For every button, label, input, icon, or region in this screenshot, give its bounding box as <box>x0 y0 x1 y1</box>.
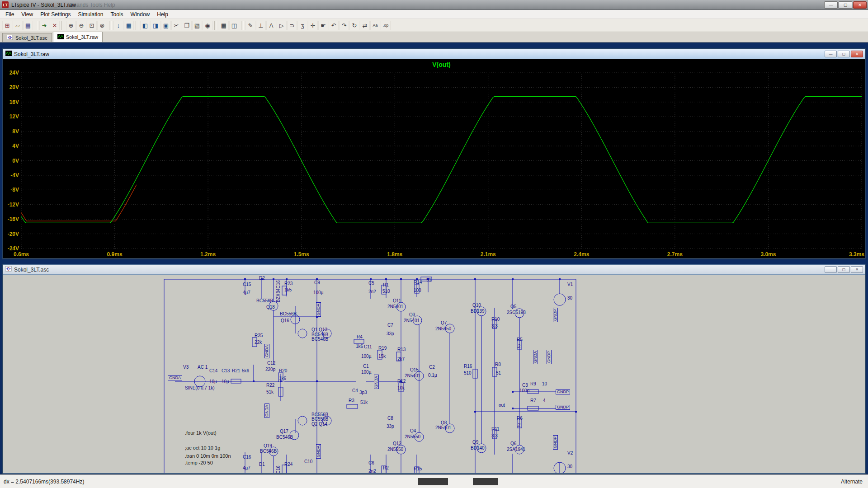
schematic-label[interactable]: 2k7 <box>397 357 405 361</box>
trace-legend[interactable]: V(out) <box>432 61 450 68</box>
schematic-label[interactable]: 10µ <box>222 380 229 384</box>
zoom-area-button[interactable]: ⊡ <box>87 21 97 30</box>
schematic-label[interactable]: Q5 <box>510 305 516 309</box>
schematic-label[interactable]: C15 <box>243 282 251 287</box>
schematic-label[interactable]: 2SC5198 <box>507 310 526 315</box>
net-flag-gndp[interactable]: GNDP <box>553 435 558 450</box>
schematic-label[interactable]: 51k <box>360 400 368 405</box>
schematic-label[interactable]: 100µ <box>313 291 323 295</box>
schematic-label[interactable]: Q18 <box>266 305 275 310</box>
schematic-label[interactable]: BD139 <box>471 309 485 314</box>
schematic-label[interactable]: R6 <box>517 416 523 421</box>
cascade-button[interactable]: ▣ <box>161 21 171 30</box>
schematic-label[interactable]: 4µ7 <box>243 291 250 295</box>
net-flag-gndp[interactable]: GNDP <box>556 405 570 410</box>
print-button[interactable]: ▦ <box>219 21 229 30</box>
schematic-label[interactable]: Q1 Q13 <box>311 328 327 332</box>
open-button[interactable]: ▱ <box>13 21 23 30</box>
net-flag-gnda[interactable]: GNDA <box>533 350 538 364</box>
schematic-label[interactable]: 1k5 <box>284 288 292 292</box>
zoom-full-extents-button[interactable]: ⊗ <box>97 21 107 30</box>
text-button[interactable]: Aa <box>370 21 380 30</box>
schematic-label[interactable]: 2n2 <box>368 290 376 294</box>
schematic-label[interactable]: R4 <box>357 335 363 339</box>
tab-sokol-3lt-asc[interactable]: Sokol_3LT.asc <box>2 33 52 42</box>
schematic-label[interactable]: BC556B <box>256 299 273 303</box>
find-button[interactable]: ◉ <box>203 21 212 30</box>
menu-window[interactable]: Window <box>127 10 154 19</box>
zoom-out-button[interactable]: ⊖ <box>76 21 86 30</box>
schematic-label[interactable]: R3 <box>349 399 354 403</box>
draw-wire-button[interactable]: ✎ <box>245 21 255 30</box>
schematic-label[interactable]: 100µ <box>361 370 371 375</box>
schematic-label[interactable]: C12 <box>267 361 275 366</box>
schematic-label[interactable]: 2n2 <box>368 469 376 473</box>
save-button[interactable]: ▤ <box>23 21 33 30</box>
schematic-label[interactable]: Q16 <box>281 319 289 323</box>
net-flag-gnda[interactable]: GNDA <box>374 375 379 389</box>
schematic-label[interactable]: 3p3 <box>359 390 367 395</box>
schematic-close-button[interactable]: ✕ <box>851 266 863 273</box>
schematic-label[interactable]: R5 <box>517 338 523 342</box>
menu-view[interactable]: View <box>18 10 37 19</box>
schematic-label[interactable]: C6 <box>368 461 374 465</box>
schematic-label[interactable]: 100 <box>414 288 421 293</box>
schematic-label[interactable]: R1 <box>383 283 389 287</box>
schematic-label[interactable]: 1k6 <box>279 376 286 381</box>
schematic-label[interactable]: D1 <box>259 462 265 467</box>
drag-button[interactable]: ☛ <box>318 21 328 30</box>
paste-button[interactable]: ▧ <box>192 21 202 30</box>
schematic-label[interactable]: BZX84C16 <box>276 280 281 302</box>
zoom-in-button[interactable]: ⊕ <box>66 21 76 30</box>
schematic-label[interactable]: R21 <box>232 369 240 373</box>
schematic-label[interactable]: Q8 <box>441 421 447 425</box>
schematic-label[interactable]: Q7 <box>441 321 447 325</box>
schematic-label[interactable]: SINE(0 0.7 1k) <box>185 386 215 390</box>
schematic-label[interactable]: 2N5550 <box>387 447 403 452</box>
schematic-label[interactable]: C3 <box>522 383 528 388</box>
schematic-label[interactable]: Q15 <box>410 368 419 372</box>
schematic-minimize-button[interactable]: — <box>825 266 837 273</box>
menu-file[interactable]: File <box>2 10 18 19</box>
rotate-button[interactable]: ↻ <box>349 21 359 30</box>
net-flag-gnda[interactable]: GNDA <box>316 444 321 459</box>
schematic-label[interactable]: R22 <box>266 383 274 388</box>
schematic-label[interactable]: Q9 <box>472 440 478 445</box>
schematic-label[interactable]: C8 <box>387 416 393 421</box>
ground-button[interactable]: ⊥ <box>256 21 266 30</box>
close-button[interactable]: ✕ <box>853 1 867 9</box>
schematic-label[interactable]: R8 <box>495 362 501 367</box>
schematic-label[interactable]: BC546B <box>260 449 277 454</box>
schematic-label[interactable]: 2N5550 <box>405 435 420 439</box>
autorange-y-axis-button[interactable]: ↕ <box>113 21 123 30</box>
schematic-label[interactable]: C2 <box>429 365 435 370</box>
schematic-label[interactable]: R10 <box>491 317 500 322</box>
schematic-label[interactable]: 51k <box>266 390 274 394</box>
schematic-label[interactable]: C10 <box>304 460 312 464</box>
schematic-label[interactable]: R9 <box>530 382 536 386</box>
schematic-label[interactable]: 100n <box>519 389 529 393</box>
move-button[interactable]: ✛ <box>308 21 318 30</box>
schematic-label[interactable]: Q11 <box>393 299 401 303</box>
spice-directive-button[interactable]: .op <box>381 21 391 30</box>
schematic-label[interactable]: 30 <box>567 296 572 300</box>
schematic-label[interactable]: BC546B <box>276 435 293 440</box>
schematic-label[interactable]: Q19 <box>264 444 272 448</box>
tile-vertical-button[interactable]: ◧ <box>140 21 150 30</box>
tile-horizontal-button[interactable]: ◨ <box>151 21 160 30</box>
net-flag-gnda[interactable]: GNDA <box>168 375 182 380</box>
new-schematic-button[interactable]: ⊞ <box>2 21 12 30</box>
waveform-restore-button[interactable]: ▢ <box>838 51 850 57</box>
component-button[interactable]: ⊃ <box>287 21 297 30</box>
schematic-label[interactable]: 100µ <box>361 354 371 359</box>
net-label-button[interactable]: A <box>266 21 276 30</box>
schematic-label[interactable]: 33p <box>387 424 394 429</box>
schematic-label[interactable]: 10k <box>397 386 405 390</box>
menu-help[interactable]: Help <box>153 10 172 19</box>
schematic-label[interactable]: R2 <box>383 466 389 470</box>
waveform-plot-area[interactable]: 0.6ms0.9ms1.2ms1.5ms1.8ms2.1ms2.4ms2.7ms… <box>3 59 865 258</box>
schematic-label[interactable]: D2 <box>259 276 265 281</box>
schematic-label[interactable]: C9 <box>314 281 320 285</box>
spice-directive-text[interactable]: .four 1k V(out) <box>185 431 217 436</box>
schematic-label[interactable]: 2SA1941 <box>507 447 525 452</box>
